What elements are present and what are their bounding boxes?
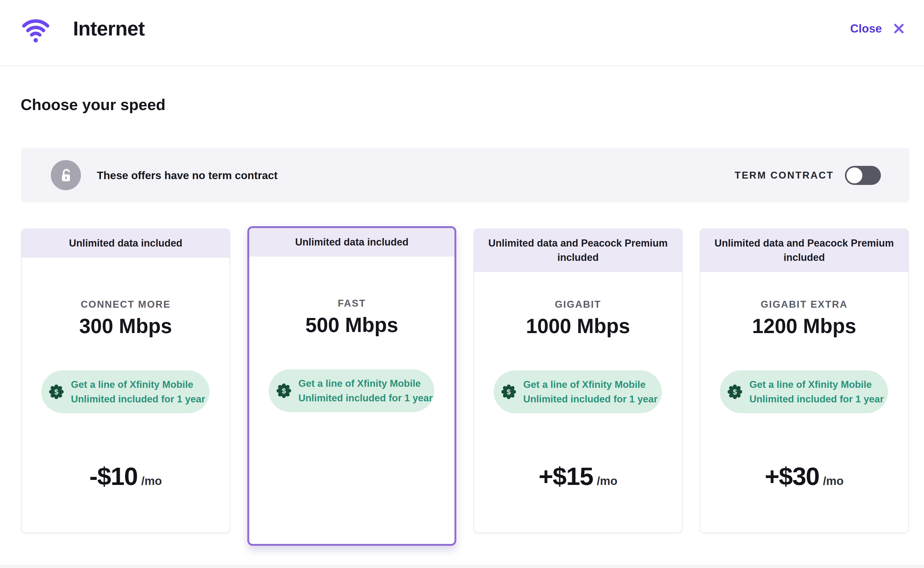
dollar-seal-icon: $ [276, 382, 292, 399]
price-unit: /mo [141, 474, 162, 488]
modal-header: Internet Close [0, 0, 924, 66]
bottom-edge-divider [0, 565, 924, 568]
price-amount: +$30 [765, 462, 819, 491]
promo-line-2: Unlimited included for 1 year [298, 391, 433, 406]
svg-text:$: $ [54, 388, 58, 396]
plan-tier-label: FAST [249, 298, 454, 309]
plan-card-connect-more[interactable]: Unlimited data included CONNECT MORE 300… [21, 228, 230, 533]
page-title: Internet [73, 17, 145, 40]
promo-line-2: Unlimited included for 1 year [71, 392, 205, 406]
plan-price: -$10 /mo [22, 462, 229, 491]
plan-speed: 500 Mbps [249, 313, 454, 337]
price-amount: +$15 [539, 462, 593, 491]
plan-data-banner: Unlimited data and Peacock Premium inclu… [700, 229, 908, 272]
dollar-seal-icon: $ [48, 384, 65, 400]
term-contract-banner: These offers have no term contract TERM … [21, 148, 909, 202]
choose-speed-heading: Choose your speed [21, 96, 166, 114]
svg-text:$: $ [733, 388, 737, 396]
term-contract-label: TERM CONTRACT [735, 170, 834, 181]
term-contract-toggle[interactable] [845, 166, 881, 185]
plan-tier-label: CONNECT MORE [22, 299, 229, 310]
promo-line-1: Get a line of Xfinity Mobile [71, 377, 205, 392]
mobile-promo-badge: $ Get a line of Xfinity Mobile Unlimited… [720, 370, 888, 413]
plan-tier-label: GIGABIT EXTRA [700, 299, 908, 310]
plan-data-banner: Unlimited data included [22, 229, 229, 258]
mobile-promo-badge: $ Get a line of Xfinity Mobile Unlimited… [269, 369, 434, 412]
promo-line-1: Get a line of Xfinity Mobile [523, 377, 658, 392]
plan-speed: 1200 Mbps [700, 314, 908, 338]
wifi-icon [20, 16, 51, 43]
close-button[interactable]: Close [850, 22, 906, 35]
plan-speed: 1000 Mbps [474, 314, 682, 338]
svg-text:$: $ [507, 388, 510, 396]
plan-data-banner: Unlimited data included [249, 228, 454, 257]
no-term-contract-message: These offers have no term contract [97, 169, 278, 181]
dollar-seal-icon: $ [727, 384, 743, 400]
plan-data-banner: Unlimited data and Peacock Premium inclu… [474, 229, 682, 272]
promo-line-2: Unlimited included for 1 year [749, 392, 884, 406]
price-unit: /mo [823, 474, 844, 488]
promo-line-1: Get a line of Xfinity Mobile [298, 376, 433, 391]
mobile-promo-badge: $ Get a line of Xfinity Mobile Unlimited… [494, 370, 662, 413]
dollar-seal-icon: $ [500, 384, 517, 400]
plan-tier-label: GIGABIT [474, 299, 682, 310]
promo-line-1: Get a line of Xfinity Mobile [749, 377, 884, 392]
plan-card-gigabit-extra[interactable]: Unlimited data and Peacock Premium inclu… [700, 228, 909, 533]
close-button-label: Close [850, 22, 882, 35]
svg-text:$: $ [282, 387, 286, 395]
price-amount: -$10 [89, 462, 137, 491]
x-icon [892, 22, 906, 35]
plan-card-gigabit[interactable]: Unlimited data and Peacock Premium inclu… [474, 228, 682, 533]
price-unit: /mo [597, 474, 618, 488]
plan-card-fast-selected[interactable]: Unlimited data included FAST 500 Mbps $ … [247, 226, 456, 546]
plan-cards-row: Unlimited data included CONNECT MORE 300… [21, 228, 909, 546]
promo-line-2: Unlimited included for 1 year [523, 392, 658, 406]
unlocked-padlock-icon [51, 160, 81, 190]
plan-price: +$15 /mo [474, 462, 682, 491]
plan-price: +$30 /mo [700, 462, 908, 491]
plan-speed: 300 Mbps [22, 314, 229, 338]
toggle-knob [847, 168, 862, 183]
mobile-promo-badge: $ Get a line of Xfinity Mobile Unlimited… [41, 370, 210, 413]
